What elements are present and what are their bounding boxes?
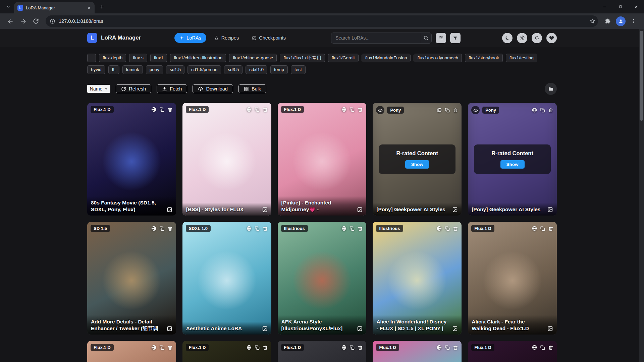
delete-button[interactable]	[453, 108, 458, 113]
tag-filter[interactable]: test	[291, 65, 306, 74]
tab-search-button[interactable]	[3, 2, 13, 12]
lora-card[interactable]: Flux.1 D [BSS] - Styles for FLUX	[182, 103, 271, 216]
example-images-button[interactable]	[167, 207, 172, 213]
copy-button[interactable]	[540, 345, 545, 350]
settings-button[interactable]	[517, 33, 527, 43]
extensions-button[interactable]	[602, 15, 613, 27]
tag-filter[interactable]: flux1/children-illustration	[170, 54, 226, 62]
open-civitai-button[interactable]	[246, 226, 252, 231]
browser-menu-button[interactable]	[628, 15, 639, 27]
copy-button[interactable]	[350, 345, 355, 350]
example-images-button[interactable]	[357, 207, 363, 213]
lora-card[interactable]: Pony R-rated Content Show [Pony] Geekpow…	[373, 103, 462, 216]
lora-card[interactable]: Flux.1 D	[373, 341, 462, 362]
open-civitai-button[interactable]	[151, 107, 157, 112]
lora-card[interactable]: Flux.1 D [Pinkie] - Enchanted Midjourney…	[278, 103, 367, 216]
theme-toggle-button[interactable]	[502, 33, 513, 43]
delete-button[interactable]	[548, 226, 553, 231]
tag-filter[interactable]: flux1/chinese-goose	[229, 54, 277, 62]
example-images-button[interactable]	[547, 207, 553, 213]
copy-button[interactable]	[445, 345, 450, 350]
tag-filter[interactable]: sd3.5	[224, 65, 243, 74]
lora-card[interactable]: Flux.1 D 80s Fantasy Movie (SD1.5, SDXL,…	[87, 103, 176, 216]
lora-card[interactable]: Illustrious AFK Arena Style [Illustrious…	[278, 222, 367, 335]
open-civitai-button[interactable]	[246, 345, 252, 350]
open-civitai-button[interactable]	[532, 226, 537, 231]
tag-filter[interactable]: flux1/Geralt	[328, 54, 359, 62]
tag-filter[interactable]: flux1/neo-dynomech	[414, 54, 462, 62]
copy-button[interactable]	[159, 345, 165, 350]
example-images-button[interactable]	[547, 326, 553, 331]
delete-button[interactable]	[263, 226, 268, 231]
delete-button[interactable]	[263, 107, 268, 112]
copy-button[interactable]	[445, 108, 450, 113]
copy-button[interactable]	[445, 226, 450, 231]
folder-button[interactable]	[545, 83, 557, 95]
tag-filter[interactable]: sd1.5/person	[187, 65, 221, 74]
example-images-button[interactable]	[357, 326, 363, 331]
tag-filter[interactable]: flux1/MandalaFusion	[362, 54, 411, 62]
site-info-icon[interactable]	[50, 18, 55, 24]
example-images-button[interactable]	[167, 326, 172, 331]
delete-button[interactable]	[167, 345, 173, 350]
tag-filter[interactable]: flux1/storybook	[465, 54, 503, 62]
fetch-button[interactable]: Fetch	[157, 84, 187, 93]
open-civitai-button[interactable]	[436, 107, 442, 113]
bulk-button[interactable]: Bulk	[238, 84, 266, 93]
delete-button[interactable]	[548, 345, 553, 350]
tag-filter[interactable]: temp	[270, 65, 288, 74]
tab-loras[interactable]: LoRAs	[174, 33, 206, 43]
show-nsfw-button[interactable]: Show	[405, 160, 429, 169]
example-images-button[interactable]	[262, 326, 268, 331]
search-button[interactable]	[420, 33, 431, 43]
new-tab-button[interactable]	[97, 2, 107, 12]
lora-card[interactable]: Pony R-rated Content Show [Pony] Geekpow…	[468, 103, 557, 216]
scrollbar-thumb[interactable]	[640, 31, 643, 121]
tag-filter[interactable]: pony	[146, 65, 163, 74]
search-input[interactable]	[331, 33, 432, 44]
example-images-button[interactable]	[452, 207, 458, 213]
minimize-button[interactable]	[597, 0, 612, 13]
tab-checkpoints[interactable]: Checkpoints	[247, 33, 291, 43]
tag-filter[interactable]: hyvid	[87, 65, 105, 74]
delete-button[interactable]	[358, 226, 363, 231]
reload-button[interactable]	[30, 15, 42, 27]
lora-card[interactable]: SD 1.5 Add More Details - Detail Enhance…	[87, 222, 176, 335]
lora-card[interactable]: Flux.1 D	[87, 341, 176, 362]
copy-button[interactable]	[540, 226, 545, 231]
copy-button[interactable]	[350, 226, 355, 231]
tag-filter[interactable]: IL	[108, 65, 119, 74]
show-nsfw-button[interactable]: Show	[500, 160, 525, 169]
tag-filter[interactable]: flux1/testing	[506, 54, 537, 62]
lora-card[interactable]: Flux.1 D	[182, 341, 271, 362]
lora-card[interactable]: Illustrious Alice In Wonderland! Disney …	[373, 222, 462, 335]
sort-select[interactable]: Name	[87, 85, 110, 93]
lora-card[interactable]: Flux.1 D Alicia Clark - Fear the Walking…	[468, 222, 557, 335]
tag-filter[interactable]: flux.s	[129, 54, 147, 62]
tag-filter[interactable]: flux1	[150, 54, 167, 62]
url-bar[interactable]: 127.0.0.1:8188/loras	[46, 15, 598, 27]
copy-button[interactable]	[255, 345, 260, 350]
copy-button[interactable]	[159, 226, 165, 231]
tag-filter[interactable]: flux-depth	[99, 54, 126, 62]
maximize-button[interactable]	[612, 0, 628, 13]
example-images-button[interactable]	[262, 207, 268, 213]
toggle-blur-button[interactable]	[376, 106, 384, 114]
tab-close-button[interactable]	[86, 5, 92, 11]
sort-options-button[interactable]	[436, 33, 446, 43]
page-scrollbar[interactable]	[639, 29, 644, 362]
delete-button[interactable]	[167, 226, 173, 231]
example-images-button[interactable]	[452, 326, 458, 331]
profile-avatar[interactable]	[616, 16, 626, 26]
delete-button[interactable]	[453, 345, 458, 350]
open-civitai-button[interactable]	[341, 107, 347, 112]
delete-button[interactable]	[548, 108, 553, 113]
delete-button[interactable]	[358, 107, 363, 112]
delete-button[interactable]	[453, 226, 458, 231]
open-civitai-button[interactable]	[246, 107, 252, 112]
tab-recipes[interactable]: Recipes	[209, 33, 244, 43]
tag-filter[interactable]: lumink	[122, 65, 143, 74]
tag-filter[interactable]: sdxl1.0	[246, 65, 267, 74]
delete-button[interactable]	[167, 107, 173, 112]
forward-button[interactable]	[17, 15, 29, 27]
